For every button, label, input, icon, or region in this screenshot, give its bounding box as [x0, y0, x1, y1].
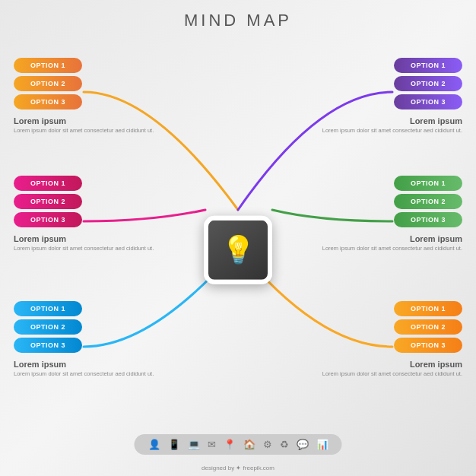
bl-lorem: Lorem ipsum Lorem ipsum dolor sit amet c… [14, 359, 154, 379]
ml-option-1: OPTION 1 [14, 176, 82, 191]
mr-option-1: OPTION 1 [394, 176, 462, 191]
tr-option-3: OPTION 3 [394, 94, 462, 109]
br-option-2: OPTION 2 [394, 319, 462, 335]
group-mid-left: OPTION 1 OPTION 2 OPTION 3 Lorem ipsum L… [14, 176, 154, 253]
tr-option-1: OPTION 1 [394, 58, 462, 73]
group-top-left: OPTION 1 OPTION 2 OPTION 3 Lorem ipsum L… [14, 58, 154, 135]
center-bulb-box: 💡 [204, 216, 272, 284]
chat-icon: 💬 [297, 439, 309, 450]
ml-lorem-body: Lorem ipsum dolor sit amet consectetur a… [14, 245, 154, 253]
page-title: MIND MAP [0, 0, 476, 35]
ml-lorem-title: Lorem ipsum [14, 233, 154, 245]
mr-lorem-body: Lorem ipsum dolor sit amet consectetur a… [322, 245, 462, 253]
home-icon: 🏠 [243, 439, 255, 450]
bl-option-2: OPTION 2 [14, 319, 82, 335]
mr-lorem: Lorem ipsum Lorem ipsum dolor sit amet c… [322, 233, 462, 253]
tl-lorem: Lorem ipsum Lorem ipsum dolor sit amet c… [14, 116, 154, 135]
group-bot-left: OPTION 1 OPTION 2 OPTION 3 Lorem ipsum L… [14, 301, 154, 379]
bl-lorem-body: Lorem ipsum dolor sit amet consectetur a… [14, 370, 154, 379]
tr-lorem-body: Lorem ipsum dolor sit amet consectetur a… [322, 127, 462, 135]
mobile-icon: 📱 [168, 439, 180, 450]
bl-option-3: OPTION 3 [14, 338, 82, 353]
br-lorem-title: Lorem ipsum [322, 359, 462, 370]
laptop-icon: 💻 [188, 439, 200, 450]
group-bot-right: OPTION 1 OPTION 2 OPTION 3 Lorem ipsum L… [322, 301, 462, 379]
recycle-icon: ♻ [280, 439, 289, 450]
mr-lorem-title: Lorem ipsum [322, 233, 462, 245]
tl-option-3: OPTION 3 [14, 94, 82, 109]
tl-lorem-title: Lorem ipsum [14, 116, 154, 127]
bulb-icon: 💡 [221, 234, 255, 266]
tl-option-2: OPTION 2 [14, 76, 82, 91]
br-lorem-body: Lorem ipsum dolor sit amet consectetur a… [322, 370, 462, 379]
mr-option-2: OPTION 2 [394, 194, 462, 209]
chart-icon: 📊 [316, 439, 328, 450]
tl-option-1: OPTION 1 [14, 58, 82, 73]
tr-lorem-title: Lorem ipsum [322, 116, 462, 127]
tl-lorem-body: Lorem ipsum dolor sit amet consectetur a… [14, 127, 154, 135]
email-icon: ✉ [208, 439, 216, 450]
gear-icon: ⚙ [263, 439, 272, 450]
icons-bar: 👤 📱 💻 ✉ 📍 🏠 ⚙ ♻ 💬 📊 [135, 434, 342, 455]
tr-lorem: Lorem ipsum Lorem ipsum dolor sit amet c… [322, 116, 462, 135]
mind-map-container: 💡 OPTION 1 OPTION 2 OPTION 3 Lorem ipsum… [0, 35, 476, 476]
group-top-right: OPTION 1 OPTION 2 OPTION 3 Lorem ipsum L… [322, 58, 462, 135]
bl-lorem-title: Lorem ipsum [14, 359, 154, 370]
ml-option-3: OPTION 3 [14, 212, 82, 227]
tr-option-2: OPTION 2 [394, 76, 462, 91]
ml-lorem: Lorem ipsum Lorem ipsum dolor sit amet c… [14, 233, 154, 253]
ml-option-2: OPTION 2 [14, 194, 82, 209]
br-lorem: Lorem ipsum Lorem ipsum dolor sit amet c… [322, 359, 462, 379]
br-option-1: OPTION 1 [394, 301, 462, 316]
person-icon: 👤 [148, 439, 160, 450]
group-mid-right: OPTION 1 OPTION 2 OPTION 3 Lorem ipsum L… [322, 176, 462, 253]
location-icon: 📍 [224, 439, 236, 450]
mr-option-3: OPTION 3 [394, 212, 462, 227]
bl-option-1: OPTION 1 [14, 301, 82, 316]
br-option-3: OPTION 3 [394, 338, 462, 353]
